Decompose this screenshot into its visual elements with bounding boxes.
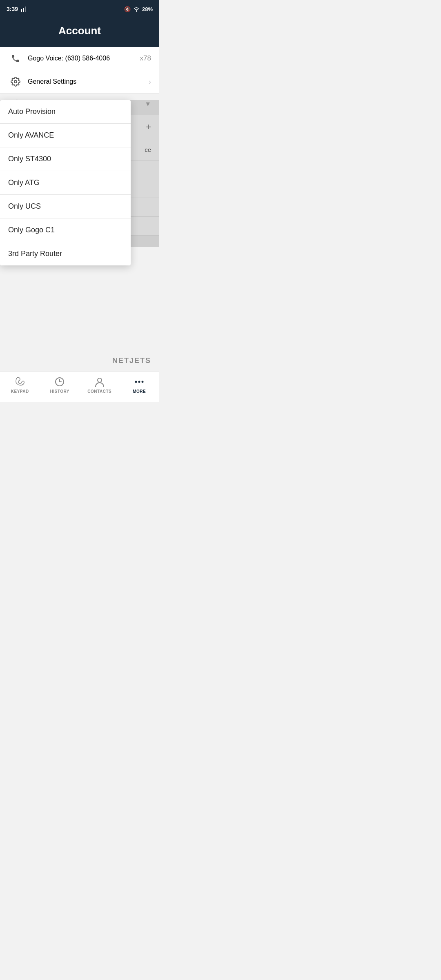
svg-point-14 xyxy=(138,381,140,383)
dropdown-option-only-avance[interactable]: Only AVANCE xyxy=(0,124,131,147)
phone-icon xyxy=(8,53,23,63)
keypad-nav-icon xyxy=(14,376,26,388)
gogo-voice-row[interactable]: Gogo Voice: (630) 586-4006 x78 xyxy=(0,47,159,70)
nav-item-contacts[interactable]: CONTACTS xyxy=(80,376,120,394)
mute-icon: 🔇 xyxy=(124,6,131,12)
netjets-logo: NETJETS xyxy=(112,356,151,365)
netjets-branding: NETJETS xyxy=(0,350,159,372)
more-nav-icon xyxy=(134,376,145,388)
gogo-voice-label: Gogo Voice: (630) 586-4006 xyxy=(28,55,140,62)
bottom-navigation: KEYPAD HISTORY CONTACTS MORE xyxy=(0,372,159,402)
status-time: 3:39 xyxy=(7,6,27,12)
contacts-nav-icon xyxy=(94,376,105,388)
nav-item-more[interactable]: MORE xyxy=(120,376,160,394)
contacts-nav-label: CONTACTS xyxy=(87,389,111,394)
svg-point-13 xyxy=(135,381,137,383)
status-indicators: 🔇 28% xyxy=(124,6,153,12)
chevron-right-icon: › xyxy=(149,78,151,86)
status-bar: 3:39 🔇 28% xyxy=(0,0,159,18)
dropdown-option-auto-provision[interactable]: Auto Provision xyxy=(0,100,131,124)
wifi-icon xyxy=(133,6,140,12)
nav-item-history[interactable]: HISTORY xyxy=(40,376,80,394)
dropdown-option-3rd-party-router[interactable]: 3rd Party Router xyxy=(0,242,131,265)
dropdown-option-only-gogo-c1[interactable]: Only Gogo C1 xyxy=(0,218,131,242)
signal-icon xyxy=(20,6,27,12)
dropdown-option-only-atg[interactable]: Only ATG xyxy=(0,171,131,195)
dropdown-option-only-ucs[interactable]: Only UCS xyxy=(0,195,131,218)
svg-rect-0 xyxy=(21,9,22,12)
battery-indicator: 28% xyxy=(142,6,153,12)
svg-rect-2 xyxy=(25,7,26,12)
general-settings-row[interactable]: General Settings › xyxy=(0,70,159,94)
nav-item-keypad[interactable]: KEYPAD xyxy=(0,376,40,394)
svg-point-15 xyxy=(142,381,144,383)
auto-provision-dropdown[interactable]: Auto Provision Only AVANCE Only ST4300 O… xyxy=(0,100,131,265)
page-title: Account xyxy=(0,24,159,37)
more-nav-label: MORE xyxy=(133,389,146,394)
main-content: Gogo Voice: (630) 586-4006 x78 General S… xyxy=(0,47,159,372)
svg-point-4 xyxy=(14,80,17,83)
general-settings-label: General Settings xyxy=(28,78,149,85)
gogo-voice-extension: x78 xyxy=(140,54,151,62)
keypad-nav-label: KEYPAD xyxy=(11,389,29,394)
svg-text:🔇: 🔇 xyxy=(124,6,131,12)
dropdown-option-only-st4300[interactable]: Only ST4300 xyxy=(0,147,131,171)
svg-point-12 xyxy=(98,378,102,382)
settings-icon xyxy=(8,77,23,87)
svg-rect-1 xyxy=(23,8,24,12)
history-nav-icon xyxy=(54,376,65,388)
history-nav-label: HISTORY xyxy=(50,389,69,394)
page-header: Account xyxy=(0,18,159,47)
